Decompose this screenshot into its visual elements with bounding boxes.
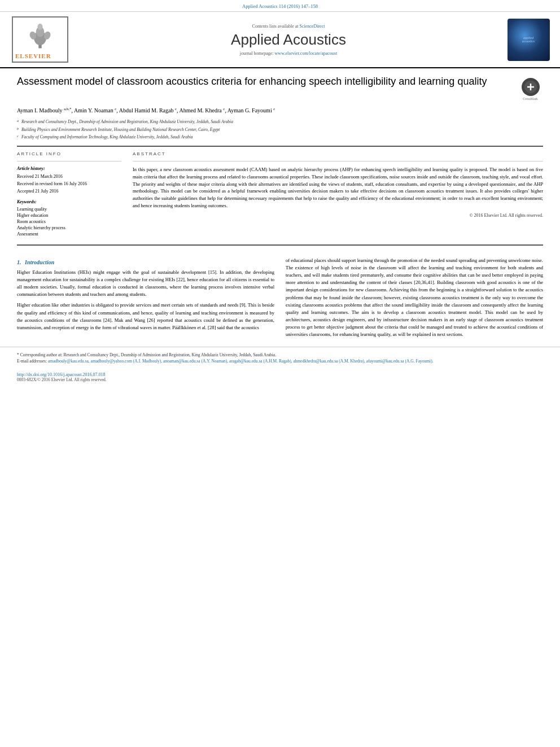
abstract-label: ABSTRACT (133, 151, 543, 156)
authors: Ayman I. Madbouly a,b,*, Amin Y. Noaman … (17, 106, 543, 115)
received-date: Received 21 March 2016 (17, 173, 121, 180)
issn-text: 0003-682X/© 2016 Elsevier Ltd. All right… (17, 377, 543, 382)
keyword-1: Learning quality (17, 207, 121, 212)
crossmark-icon (522, 78, 540, 96)
crossmark-label: CrossMark (523, 97, 538, 101)
bottom-links: http://dx.doi.org/10.1016/j.apacoust.201… (0, 369, 560, 386)
divider-2 (133, 161, 543, 161)
intro-heading: 1. Introduction (17, 259, 274, 265)
article-info-abstract-section: ARTICLE INFO Article history: Received 2… (17, 151, 543, 238)
journal-center-info: Contents lists available at ScienceDirec… (71, 24, 506, 56)
main-col-left: 1. Introduction Higher Education Institu… (17, 257, 274, 342)
keywords-label: Keywords: (17, 199, 121, 204)
accepted-date: Accepted 21 July 2016 (17, 188, 121, 194)
svg-point-3 (37, 24, 42, 30)
article-title: Assessment model of classroom acoustics … (17, 75, 518, 88)
keyword-5: Assessment (17, 231, 121, 237)
keyword-2: Higher education (17, 213, 121, 218)
article-info-col: ARTICLE INFO Article history: Received 2… (17, 151, 121, 238)
crossmark: CrossMark (518, 75, 543, 101)
affiliation-c: c Faculty of Computing and Information T… (17, 134, 543, 140)
divider-thick (17, 146, 543, 147)
article-info-label: ARTICLE INFO (17, 151, 121, 156)
right-para-1: of educational places should support lea… (286, 257, 543, 339)
journal-logo-right: appliedacoustics (506, 19, 551, 61)
abstract-col: ABSTRACT In this paper, a new classroom … (133, 151, 543, 238)
elsevier-logo-box: ELSEVIER (12, 16, 68, 63)
affiliations: a Research and Consultancy Dept., Deansh… (17, 119, 543, 140)
received-revised-date: Received in revised form 16 July 2016 (17, 181, 121, 187)
keyword-3: Room acoustics (17, 219, 121, 224)
affiliation-b: b Building Physics and Environment Resea… (17, 126, 543, 133)
article-body: Assessment model of classroom acoustics … (0, 68, 560, 257)
intro-para-2: Higher education like other industries i… (17, 302, 274, 331)
journal-header: ELSEVIER Contents lists available at Sci… (0, 12, 560, 68)
keyword-4: Analytic hierarchy process (17, 225, 121, 230)
footnote-corresponding: * Corresponding author at: Research and … (17, 352, 543, 358)
history-label: Article history: (17, 166, 121, 171)
footnote-emails: E-mail addresses: amadbouly@kau.edu.sa, … (17, 358, 543, 364)
homepage-url[interactable]: www.elsevier.com/locate/apacoust (275, 51, 338, 56)
elsevier-wordmark: ELSEVIER (15, 53, 65, 59)
page: Applied Acoustics 114 (2016) 147–158 (0, 0, 560, 747)
main-col-right: of educational places should support lea… (286, 257, 543, 342)
elsevier-logo: ELSEVIER (9, 16, 71, 63)
sciencedirect-line: Contents lists available at ScienceDirec… (77, 24, 500, 29)
elsevier-tree-image (15, 20, 65, 51)
divider-thick-2 (17, 244, 543, 246)
sciencedirect-link[interactable]: ScienceDirect (300, 24, 325, 29)
intro-para-1: Higher Education Institutions (HEIs) mig… (17, 269, 274, 299)
abstract-text: In this paper, a new classroom acoustics… (133, 166, 543, 209)
doi-link[interactable]: http://dx.doi.org/10.1016/j.apacoust.201… (17, 372, 543, 377)
journal-title: Applied Acoustics (77, 31, 500, 49)
applied-acoustics-logo: appliedacoustics (508, 19, 550, 61)
top-doi-bar: Applied Acoustics 114 (2016) 147–158 (0, 0, 560, 12)
email-links[interactable]: amadbouly@kau.edu.sa, amadbouly@yahoo.co… (48, 359, 434, 364)
journal-volume-label: Applied Acoustics 114 (2016) 147–158 (242, 3, 318, 9)
affiliation-a: a Research and Consultancy Dept., Deansh… (17, 119, 543, 125)
footnote-area: * Corresponding author at: Research and … (0, 347, 560, 369)
divider-1 (17, 161, 121, 161)
article-title-section: Assessment model of classroom acoustics … (17, 75, 543, 101)
journal-homepage: journal homepage: www.elsevier.com/locat… (77, 51, 500, 56)
main-content: 1. Introduction Higher Education Institu… (0, 257, 560, 342)
copyright: © 2016 Elsevier Ltd. All rights reserved… (133, 213, 543, 218)
